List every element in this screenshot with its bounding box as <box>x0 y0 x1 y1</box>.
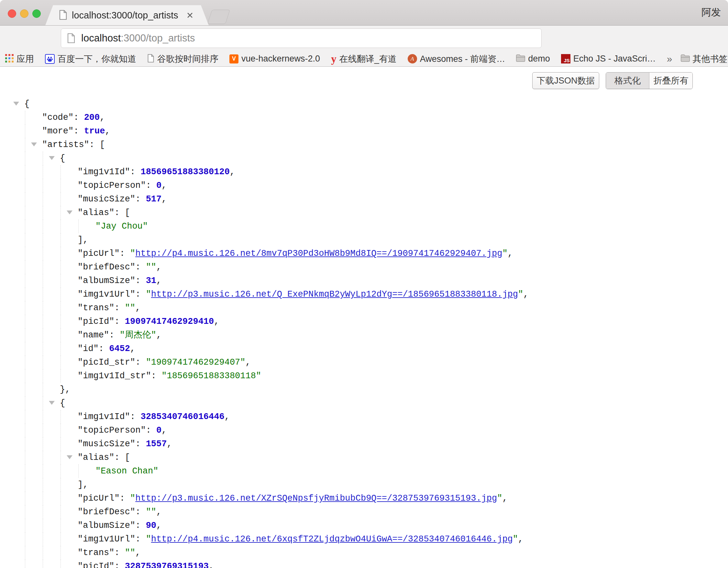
indent-guide <box>25 315 25 329</box>
bookmark-label: vue-hackernews-2.0 <box>241 54 320 64</box>
bookmark-apps[interactable]: 应用 <box>5 53 34 65</box>
json-token: 6452 <box>109 344 130 354</box>
url-host: localhost <box>81 32 121 44</box>
json-token: " <box>518 290 523 299</box>
bookmark-awesomes[interactable]: A Awesomes - 前端资… <box>408 53 505 65</box>
json-token: 3287539769315193 <box>125 562 209 568</box>
folder-icon <box>516 54 525 63</box>
indent-guide <box>43 329 43 342</box>
bookmark-vue-hackernews[interactable]: V vue-hackernews-2.0 <box>229 54 320 64</box>
json-token: : <box>73 113 84 122</box>
json-token: 19097417462929410 <box>125 317 214 327</box>
profile-name[interactable]: 阿发 <box>701 6 721 19</box>
indent-guide <box>43 532 43 546</box>
json-token: " <box>502 249 507 258</box>
bookmark-youdao[interactable]: y 在线翻译_有道 <box>331 53 397 65</box>
address-bar[interactable]: localhost:3000/top_artists <box>61 28 542 48</box>
indent-guide <box>43 233 43 247</box>
json-token: "alias" <box>78 453 114 462</box>
indent-guide <box>25 560 25 568</box>
json-token: "more" <box>42 126 73 136</box>
json-token: : [ <box>114 453 130 462</box>
bookmark-label: 在线翻译_有道 <box>339 53 397 65</box>
json-token: 3285340746016446 <box>140 412 224 422</box>
json-token: 200 <box>84 113 100 122</box>
json-token: : <box>114 562 125 568</box>
format-button[interactable]: 格式化 <box>606 72 649 89</box>
json-url-link[interactable]: http://p4.music.126.net/8mv7qP30Pd3oHW8b… <box>135 249 502 258</box>
json-token: "" <box>146 507 156 517</box>
json-token: : <box>135 290 146 299</box>
json-line: "artists": [ <box>0 138 728 151</box>
indent-guide <box>43 396 43 410</box>
indent-guide <box>25 151 25 165</box>
json-token: "picUrl" <box>78 494 120 503</box>
json-token: , <box>156 507 161 517</box>
json-token: , <box>209 562 214 568</box>
indent-guide <box>43 424 43 437</box>
json-url-link[interactable]: http://p4.music.126.net/6xqsfT2ZLjdqzbwO… <box>151 534 513 544</box>
json-token: , <box>246 358 251 367</box>
json-token: " <box>130 249 135 258</box>
tab-close-icon[interactable]: ✕ <box>184 10 195 21</box>
collapse-arrow-icon[interactable] <box>13 102 19 106</box>
json-line: "picId_str": "19097417462929407", <box>0 356 728 369</box>
json-token: : <box>114 303 125 313</box>
json-line: "img1v1Id": 18569651883380120, <box>0 165 728 179</box>
json-line: "trans": "", <box>0 301 728 315</box>
json-token: true <box>84 126 105 136</box>
json-token: , <box>135 548 140 558</box>
download-json-button[interactable]: 下载JSON数据 <box>532 72 599 89</box>
page-icon <box>67 33 75 45</box>
minimize-window-button[interactable] <box>20 9 28 18</box>
json-token: , <box>518 534 523 544</box>
indent-guide <box>43 260 43 274</box>
json-line: "Jay Chou" <box>0 219 728 233</box>
json-token: : <box>130 167 140 177</box>
bookmark-demo-folder[interactable]: demo <box>516 54 550 64</box>
json-line: "img1v1Id": 3285340746016446, <box>0 410 728 424</box>
indent-guide <box>25 329 25 342</box>
json-token: "Jay Chou" <box>95 221 148 231</box>
json-token: "img1v1Url" <box>78 290 135 299</box>
collapse-arrow-icon[interactable] <box>49 156 55 160</box>
collapse-arrow-icon[interactable] <box>67 210 72 214</box>
indent-guide <box>25 219 25 233</box>
json-token: , <box>135 303 140 313</box>
other-bookmarks-folder[interactable]: 其他书签 <box>681 53 728 65</box>
json-url-link[interactable]: http://p3.music.126.net/XZrSQeNpsfjyRmib… <box>135 494 497 503</box>
bookmarks-overflow-chevron[interactable]: » <box>667 53 672 64</box>
indent-guide <box>43 451 43 464</box>
collapse-arrow-icon[interactable] <box>49 401 55 405</box>
close-window-button[interactable] <box>8 9 16 18</box>
json-token: }, <box>60 385 70 395</box>
json-token: : <box>151 371 161 381</box>
json-token: : <box>114 548 125 558</box>
json-line: "name": "周杰伦", <box>0 329 728 342</box>
url-text[interactable]: localhost:3000/top_artists <box>81 29 195 48</box>
indent-guide <box>25 451 25 464</box>
json-token: : <box>135 439 146 449</box>
json-token: 90 <box>146 521 156 530</box>
indent-guide <box>25 492 25 505</box>
collapse-arrow-icon[interactable] <box>31 142 37 146</box>
json-token: "picId" <box>78 317 114 327</box>
json-line: }, <box>0 383 728 396</box>
indent-guide <box>25 138 25 151</box>
json-token: : <box>135 276 146 286</box>
new-tab-button[interactable] <box>207 10 230 24</box>
json-token: "18569651883380118" <box>161 371 261 381</box>
bookmark-echojs[interactable]: JS Echo JS - JavaScri… <box>561 54 656 64</box>
collapse-arrow-icon[interactable] <box>67 455 72 459</box>
bookmark-baidu[interactable]: 百度一下，你就知道 <box>45 53 136 65</box>
browser-tab[interactable]: localhost:3000/top_artists ✕ <box>45 5 209 25</box>
bookmark-google-sort[interactable]: 谷歌按时间排序 <box>147 53 218 65</box>
collapse-all-button[interactable]: 折叠所有 <box>649 72 692 89</box>
indent-guide <box>25 356 25 369</box>
bookmark-label: 百度一下，你就知道 <box>58 53 136 65</box>
json-url-link[interactable]: http://p3.music.126.net/Q_ExePNkmqB2yWyL… <box>151 290 518 299</box>
tab-strip: localhost:3000/top_artists ✕ 阿发 <box>0 0 728 26</box>
json-token: "picId" <box>78 562 114 568</box>
maximize-window-button[interactable] <box>32 9 41 18</box>
json-line: "Eason Chan" <box>0 464 728 478</box>
